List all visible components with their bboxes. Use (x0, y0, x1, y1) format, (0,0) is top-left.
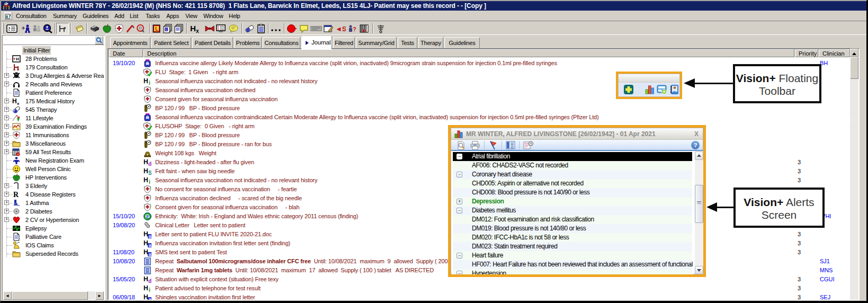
svg-text:L: L (165, 28, 167, 31)
svg-text:H: H (144, 239, 148, 247)
svg-text:R: R (13, 191, 19, 199)
svg-text:E: E (146, 214, 149, 219)
svg-text:?: ? (353, 26, 356, 32)
svg-text:a: a (149, 297, 152, 300)
svg-text:H: H (190, 24, 196, 33)
svg-text:H: H (144, 77, 148, 85)
svg-text:i: i (149, 287, 150, 292)
svg-text:H: H (144, 248, 148, 256)
svg-text:i: i (149, 179, 150, 184)
svg-text:L: L (155, 26, 158, 32)
svg-text:x: x (17, 101, 20, 105)
svg-text:H: H (144, 284, 148, 292)
svg-text:H: H (144, 230, 148, 238)
svg-text:a: a (149, 252, 152, 256)
svg-text:H: H (12, 97, 16, 105)
svg-text:◄S: ◄S (335, 25, 346, 33)
svg-text:H: H (144, 176, 148, 184)
svg-text:H: H (16, 57, 19, 61)
svg-text:H: H (144, 293, 148, 300)
svg-text:H: H (144, 275, 148, 283)
svg-text:i: i (149, 80, 150, 85)
svg-text:d: d (148, 278, 151, 283)
svg-text:x: x (196, 28, 199, 33)
svg-text:d: d (148, 161, 151, 166)
svg-text:H: H (144, 167, 148, 175)
svg-text:a: a (149, 234, 152, 238)
svg-text:S: S (148, 170, 151, 175)
svg-text:a: a (149, 243, 152, 247)
svg-text:H: H (144, 158, 148, 166)
